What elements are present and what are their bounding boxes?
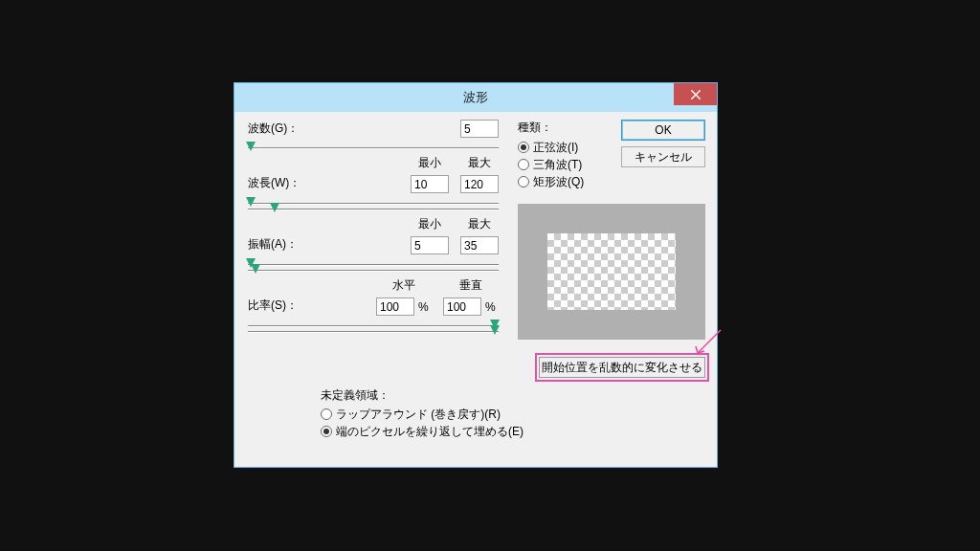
slider-thumb-v[interactable]: [490, 325, 500, 335]
wavelength-min-group: 最小: [411, 155, 449, 193]
amplitude-label: 振幅(A)：: [248, 236, 323, 253]
slider-track: [248, 331, 499, 333]
controls-column: 波数(G)： 波長(W)： 最小 最大: [248, 120, 499, 339]
horiz-label: 水平: [392, 277, 415, 294]
dialog-content: 波数(G)： 波長(W)： 最小 最大: [248, 120, 703, 457]
amplitude-max-slider[interactable]: [248, 264, 499, 266]
dialog-title: 波形: [463, 89, 488, 106]
wavelength-min-slider[interactable]: [248, 197, 499, 199]
generators-input[interactable]: [460, 120, 499, 138]
radio-icon: [321, 408, 332, 420]
scale-v-group: 垂直 %: [443, 277, 499, 316]
scale-v-slider[interactable]: [248, 325, 499, 327]
slider-thumb[interactable]: [246, 142, 256, 151]
slider-track: [248, 270, 499, 272]
radio-label: ラップアラウンド (巻き戻す)(R): [336, 407, 501, 423]
generators-label: 波数(G)：: [248, 121, 323, 137]
undef-group-label: 未定義領域：: [321, 387, 531, 404]
radio-label: 端のピクセルを繰り返して埋める(E): [336, 424, 523, 440]
type-triangle[interactable]: 三角波(T): [518, 156, 600, 173]
amplitude-min-group: 最小: [411, 216, 449, 254]
max-label: 最大: [468, 216, 491, 232]
preview-area: [518, 204, 705, 340]
min-label: 最小: [418, 155, 441, 171]
undef-wrap[interactable]: ラップアラウンド (巻き戻す)(R): [321, 406, 531, 423]
percent-label: %: [418, 300, 432, 314]
wavelength-max-group: 最大: [460, 155, 499, 193]
radio-label: 矩形波(Q): [533, 174, 584, 190]
ok-label: OK: [655, 123, 671, 137]
randomize-button[interactable]: 開始位置を乱数的に変化させる: [539, 357, 705, 378]
wavelength-label: 波長(W)：: [248, 175, 323, 191]
scale-label: 比率(S)：: [248, 298, 323, 314]
radio-icon: [518, 142, 529, 153]
generators-slider[interactable]: [248, 142, 499, 143]
radio-icon: [321, 426, 332, 437]
scale-h-input[interactable]: [376, 298, 414, 316]
wavelength-max-slider[interactable]: [248, 203, 499, 205]
scale-v-input[interactable]: [443, 298, 481, 316]
min-label: 最小: [418, 216, 441, 232]
randomize-label: 開始位置を乱数的に変化させる: [542, 360, 702, 376]
amplitude-max-input[interactable]: [460, 236, 499, 254]
radio-icon: [518, 159, 529, 170]
scale-row: 比率(S)： 水平 % 垂直 %: [248, 277, 499, 316]
wave-dialog: 波形 波数(G)： 波長(W)： 最小: [234, 82, 718, 468]
type-group: 種類： 正弦波(I) 三角波(T) 矩形波(Q): [518, 120, 600, 190]
amplitude-row: 振幅(A)： 最小 最大: [248, 216, 499, 254]
slider-track: [248, 147, 499, 149]
amplitude-max-group: 最大: [460, 216, 499, 254]
type-square[interactable]: 矩形波(Q): [518, 173, 600, 190]
close-icon: [691, 90, 701, 99]
wavelength-max-input[interactable]: [460, 175, 499, 193]
close-button[interactable]: [674, 83, 717, 105]
type-group-label: 種類：: [518, 120, 600, 136]
vert-label: 垂直: [459, 277, 482, 294]
amplitude-min-input[interactable]: [411, 236, 449, 254]
slider-track: [248, 209, 499, 210]
wavelength-min-input[interactable]: [411, 175, 449, 193]
slider-thumb-max[interactable]: [270, 203, 279, 212]
preview-checker: [547, 233, 676, 310]
scale-h-slider[interactable]: [248, 320, 499, 321]
max-label: 最大: [468, 155, 491, 171]
radio-label: 正弦波(I): [533, 140, 578, 156]
cancel-label: キャンセル: [635, 149, 692, 165]
radio-icon: [518, 176, 529, 187]
wavelength-row: 波長(W)： 最小 最大: [248, 155, 499, 193]
amplitude-min-slider[interactable]: [248, 258, 499, 260]
percent-label: %: [485, 300, 499, 314]
slider-thumb-max[interactable]: [251, 264, 260, 274]
cancel-button[interactable]: キャンセル: [621, 146, 705, 167]
generators-row: 波数(G)：: [248, 120, 499, 138]
radio-label: 三角波(T): [533, 157, 582, 173]
undef-repeat[interactable]: 端のピクセルを繰り返して埋める(E): [321, 423, 531, 440]
type-sine[interactable]: 正弦波(I): [518, 139, 600, 156]
scale-h-group: 水平 %: [376, 277, 432, 316]
titlebar[interactable]: 波形: [234, 83, 717, 112]
undefined-areas-group: 未定義領域： ラップアラウンド (巻き戻す)(R) 端のピクセルを繰り返して埋め…: [321, 387, 531, 440]
slider-thumb-min[interactable]: [246, 197, 256, 207]
ok-button[interactable]: OK: [621, 120, 705, 141]
